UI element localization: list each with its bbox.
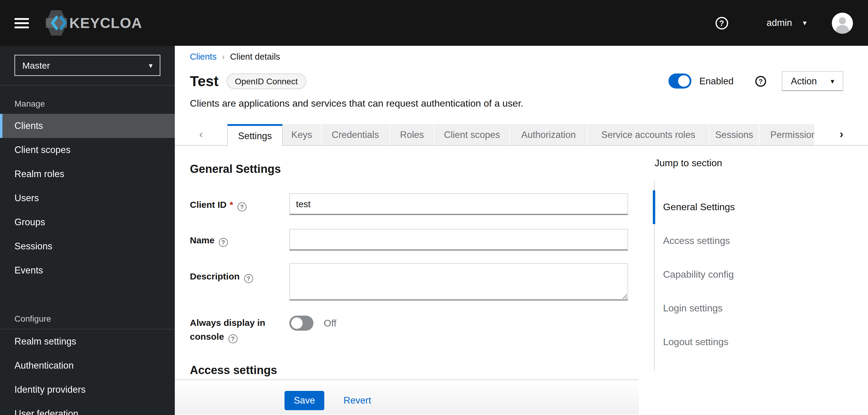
tab-settings[interactable]: Settings (227, 124, 283, 146)
always-display-toggle[interactable] (289, 316, 313, 331)
chevron-down-icon: ▾ (831, 77, 834, 84)
sidebar-item-realm-settings[interactable]: Realm settings (0, 330, 175, 353)
sidebar-item-sessions[interactable]: Sessions (0, 234, 175, 258)
toggle-knob (291, 317, 303, 329)
client-id-label: Client ID*? (190, 197, 289, 211)
topbar-right: ? admin ▾ (715, 12, 853, 33)
name-label: Name? (190, 233, 289, 247)
tab-permissions[interactable]: Permissions (760, 124, 815, 146)
chevron-right-icon: › (840, 128, 843, 141)
topbar: KEYCLOAK ? admin ▾ (0, 0, 868, 46)
revert-link[interactable]: Revert (344, 391, 371, 410)
realm-selector[interactable]: Master ▾ (14, 55, 160, 76)
name-help-icon[interactable]: ? (219, 238, 228, 247)
tab-service-accounts-roles[interactable]: Service accounts roles (588, 124, 710, 146)
breadcrumb-clients-link[interactable]: Clients (190, 52, 217, 62)
client-id-input[interactable] (289, 193, 628, 215)
avatar[interactable] (832, 12, 853, 33)
page-header: Clients › Client details Test OpenID Con… (175, 46, 868, 109)
keycloak-admin-console: KEYCLOAK ? admin ▾ Master ▾ (0, 0, 868, 415)
jump-item-capability-config[interactable]: Capability config (655, 258, 853, 291)
tab-bar: ‹ Settings Keys Credentials Roles Client… (175, 124, 868, 146)
jump-item-access-settings[interactable]: Access settings (655, 224, 853, 258)
realm-selector-area: Master ▾ (0, 46, 175, 85)
user-menu[interactable]: admin ▾ (767, 18, 807, 28)
always-display-label: Always display in console? (190, 316, 289, 343)
sidebar-item-client-scopes[interactable]: Client scopes (0, 138, 175, 162)
protocol-badge: OpenID Connect (226, 73, 306, 89)
description-label: Description? (190, 263, 289, 283)
chevron-down-icon: ▾ (149, 62, 153, 69)
sidebar-item-events[interactable]: Events (0, 258, 175, 282)
tab-authorization[interactable]: Authorization (510, 124, 588, 146)
sidebar-item-authentication[interactable]: Authentication (0, 353, 175, 378)
tab-sessions[interactable]: Sessions (710, 124, 760, 146)
sidebar-item-identity-providers[interactable]: Identity providers (0, 378, 175, 402)
jump-title: Jump to section (655, 158, 853, 169)
required-indicator: * (230, 199, 233, 209)
breadcrumb: Clients › Client details (190, 52, 843, 62)
username: admin (767, 18, 792, 28)
sidebar-item-groups[interactable]: Groups (0, 210, 175, 234)
keycloak-logo: KEYCLOAK (46, 9, 142, 37)
tab-scroll-right-button[interactable]: › (815, 124, 868, 146)
chevron-left-icon: ‹ (199, 128, 203, 141)
tab-scroll-left-button[interactable]: ‹ (175, 124, 227, 146)
title-row: Test OpenID Connect Enabled ? Action ▾ (190, 71, 843, 91)
sidebar-item-realm-roles[interactable]: Realm roles (0, 162, 175, 186)
description-textarea[interactable] (289, 263, 628, 301)
sidebar-item-users[interactable]: Users (0, 186, 175, 210)
chevron-down-icon: ▾ (803, 19, 807, 27)
jump-to-section: Jump to section General Settings Access … (654, 158, 853, 371)
nav-group-title-configure: Configure (0, 308, 175, 329)
sidebar-nav: Manage Clients Client scopes Realm roles… (0, 85, 175, 415)
enabled-toggle[interactable] (669, 73, 691, 89)
brand-text: KEYCLOAK (69, 15, 142, 31)
jump-list: General Settings Access settings Capabil… (654, 181, 853, 371)
hamburger-menu-icon[interactable] (14, 18, 29, 28)
tab-roles[interactable]: Roles (390, 124, 435, 146)
action-dropdown-button[interactable]: Action ▾ (782, 71, 843, 91)
toggle-knob (678, 75, 689, 87)
page-subtitle: Clients are applications and services th… (190, 98, 843, 109)
jump-item-login-settings[interactable]: Login settings (655, 291, 853, 325)
help-icon[interactable]: ? (715, 16, 728, 29)
page-title: Test (190, 73, 218, 90)
tab-credentials[interactable]: Credentials (321, 124, 390, 146)
tab-client-scopes[interactable]: Client scopes (435, 124, 510, 146)
always-display-help-icon[interactable]: ? (228, 334, 237, 343)
jump-item-general-settings[interactable]: General Settings (655, 190, 853, 224)
sidebar-item-clients[interactable]: Clients (0, 114, 175, 138)
name-input[interactable] (289, 229, 628, 250)
enabled-help-icon[interactable]: ? (755, 76, 766, 87)
enabled-label: Enabled (699, 76, 734, 87)
form-actions: Save Revert (175, 379, 639, 414)
sidebar-item-user-federation[interactable]: User federation (0, 402, 175, 415)
jump-item-logout-settings[interactable]: Logout settings (655, 325, 853, 359)
breadcrumb-separator-icon: › (222, 52, 225, 61)
sidebar: Master ▾ Manage Clients Client scopes Re… (0, 46, 175, 415)
always-display-state: Off (324, 318, 336, 328)
breadcrumb-current: Client details (230, 52, 280, 62)
realm-name: Master (22, 60, 50, 70)
nav-group-title-manage: Manage (0, 93, 175, 114)
description-help-icon[interactable]: ? (244, 274, 253, 283)
save-button[interactable]: Save (284, 391, 324, 410)
tab-keys[interactable]: Keys (283, 124, 321, 146)
client-id-help-icon[interactable]: ? (237, 202, 246, 211)
